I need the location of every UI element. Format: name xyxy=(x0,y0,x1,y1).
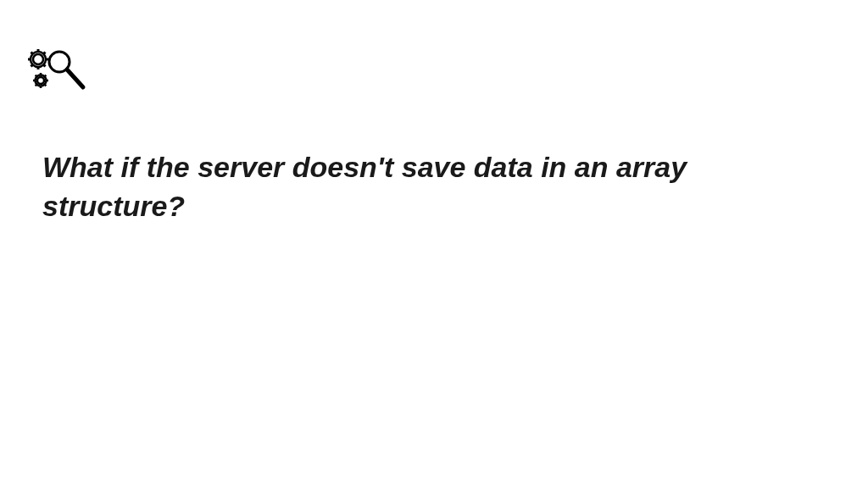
slide-container: What if the server doesn't save data in … xyxy=(0,0,868,488)
gears-magnifier-icon xyxy=(25,47,93,114)
slide-heading: What if the server doesn't save data in … xyxy=(42,148,746,226)
svg-point-0 xyxy=(33,54,43,64)
svg-line-5 xyxy=(67,69,83,87)
svg-point-2 xyxy=(37,77,44,84)
